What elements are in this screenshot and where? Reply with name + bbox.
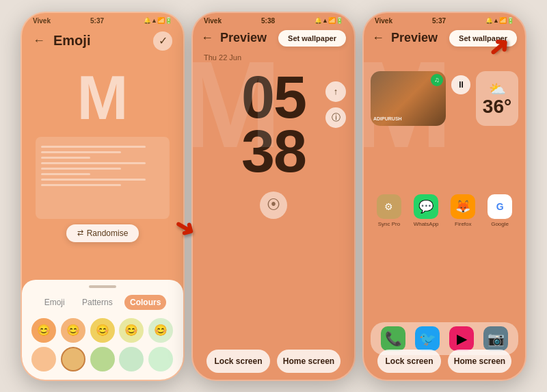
- back-button-1[interactable]: ←: [33, 34, 45, 48]
- color-cell[interactable]: 😊: [31, 318, 56, 343]
- randomise-label: Randomise: [87, 228, 129, 238]
- color-cell[interactable]: [90, 347, 115, 371]
- sync-pro-icon: ⚙: [377, 194, 401, 219]
- color-cell[interactable]: 😊: [90, 318, 115, 343]
- bottom-buttons-3: Lock screen Home screen: [364, 350, 525, 373]
- home-screen-button-3[interactable]: Home screen: [448, 350, 511, 373]
- weather-icon: ⛅: [489, 81, 506, 97]
- tab-emoji[interactable]: Emoji: [39, 295, 70, 310]
- set-wallpaper-button-3[interactable]: Set wallpaper: [449, 30, 517, 47]
- bline: [41, 157, 90, 159]
- dock-phone-icon[interactable]: 📞: [381, 326, 405, 351]
- music-widget[interactable]: ♫ ADIPURUSH: [371, 71, 446, 126]
- spotify-badge: ♫: [431, 74, 443, 86]
- lock-screen-label-2: Lock screen: [214, 356, 262, 366]
- phone1: Vivek 5:37 🔔▲📶🔋 ← Emoji ✓ M: [21, 12, 185, 381]
- home-screen-label-3: Home screen: [454, 356, 505, 366]
- dock-twitter-icon[interactable]: 🐦: [415, 326, 440, 351]
- status-carrier-3: Vivek: [375, 17, 392, 25]
- screen-title-2: Preview: [220, 31, 271, 45]
- firefox-icon: 🦊: [451, 194, 475, 219]
- status-bar-3: Vivek 5:37 🔔▲📶🔋: [364, 13, 525, 27]
- weather-widget: ⛅ 36°: [476, 71, 518, 126]
- app-whatsapp[interactable]: 💬 WhatsApp: [414, 194, 439, 227]
- home-screen-label-2: Home screen: [283, 356, 334, 366]
- color-cell[interactable]: 😊: [119, 318, 144, 343]
- firefox-label: Firefox: [455, 221, 471, 227]
- status-icons-2: 🔔▲📶🔋: [315, 17, 343, 24]
- album-art: ♫ ADIPURUSH: [371, 71, 446, 126]
- album-label: ADIPURUSH: [373, 111, 402, 123]
- color-grid: 😊 😊 😊 😊 😊: [22, 318, 183, 371]
- sync-pro-label: Sync Pro: [378, 221, 400, 227]
- fingerprint-icon-2[interactable]: ⦿: [260, 192, 287, 219]
- widgets-row: ♫ ADIPURUSH ⏸ ⛅ 36°: [371, 71, 518, 126]
- panel-handle: [89, 285, 116, 288]
- color-cell[interactable]: [148, 347, 173, 371]
- bline: [41, 151, 121, 153]
- fingerprint-area-2: ⦿: [193, 192, 354, 219]
- info-button-2[interactable]: ⓘ: [325, 107, 346, 128]
- confirm-button-1[interactable]: ✓: [153, 31, 172, 51]
- clock-minutes: 38: [241, 117, 306, 185]
- panel-tabs: Emoji Patterns Colours: [22, 295, 183, 310]
- play-pause-button[interactable]: ⏸: [451, 75, 470, 94]
- whatsapp-label: WhatsApp: [414, 221, 439, 227]
- set-wallpaper-label-3: Set wallpaper: [459, 34, 507, 42]
- bline: [41, 173, 90, 175]
- bline: [41, 168, 121, 170]
- dock-camera-icon[interactable]: 📷: [483, 326, 508, 351]
- side-icons-2: ↑ ⓘ: [325, 81, 346, 128]
- tab-patterns[interactable]: Patterns: [77, 295, 118, 310]
- date-label-2: Thu 22 Jun: [193, 52, 354, 63]
- app-firefox[interactable]: 🦊 Firefox: [451, 194, 475, 227]
- google-icon: G: [488, 194, 512, 219]
- status-time-2: 5:38: [261, 17, 275, 25]
- status-bar-1: Vivek 5:37 🔔▲📶🔋: [22, 13, 183, 27]
- randomise-button[interactable]: ⇄ Randomise: [66, 224, 139, 242]
- wallpaper-preview-1: M: [22, 56, 183, 137]
- share-button-2[interactable]: ↑: [325, 81, 346, 102]
- weather-temp: 36°: [483, 97, 511, 116]
- app-google[interactable]: G Google: [488, 194, 512, 227]
- home-content-3: ♫ ADIPURUSH ⏸ ⛅ 36°: [371, 71, 518, 234]
- shuffle-icon: ⇄: [77, 228, 83, 237]
- app-sync-pro[interactable]: ⚙ Sync Pro: [377, 194, 401, 227]
- set-wallpaper-button-2[interactable]: Set wallpaper: [278, 30, 346, 47]
- bline: [41, 146, 146, 148]
- app-row-1: ⚙ Sync Pro 💬 WhatsApp 🦊 Firefox G Google: [371, 194, 518, 227]
- back-button-2[interactable]: ←: [201, 31, 213, 45]
- building-illustration-1: [36, 137, 170, 219]
- back-button-3[interactable]: ←: [372, 31, 384, 45]
- home-screen-button-2[interactable]: Home screen: [277, 350, 341, 373]
- screen-title-1: Emoji: [53, 33, 145, 49]
- color-cell[interactable]: 😊: [61, 318, 85, 343]
- dock-play-icon[interactable]: ▶: [449, 326, 474, 351]
- check-icon: ✓: [159, 34, 168, 47]
- status-carrier-2: Vivek: [204, 17, 222, 25]
- play-area: ⏸: [451, 71, 470, 126]
- google-label: Google: [491, 221, 509, 227]
- color-cell[interactable]: [119, 347, 144, 371]
- bline: [41, 184, 121, 186]
- set-wallpaper-label-2: Set wallpaper: [288, 34, 336, 42]
- phone3: M Vivek 5:37 🔔▲📶🔋 ← Preview Set wallpape…: [362, 12, 526, 381]
- status-icons-1: 🔔▲📶🔋: [144, 17, 172, 24]
- tab-colours[interactable]: Colours: [124, 295, 166, 310]
- bline: [41, 179, 146, 181]
- status-icons-3: 🔔▲📶🔋: [485, 17, 514, 24]
- screen-title-3: Preview: [391, 31, 442, 45]
- phone3-header: ← Preview Set wallpaper: [364, 27, 525, 52]
- randomise-area: ⇄ Randomise: [22, 224, 183, 242]
- building-lines: [36, 137, 170, 219]
- phone1-header: ← Emoji ✓: [22, 27, 183, 56]
- bottom-buttons-2: Lock screen Home screen: [193, 350, 354, 373]
- album-name: ADIPURUSH: [373, 116, 402, 121]
- status-carrier-1: Vivek: [33, 17, 51, 25]
- status-time-3: 5:37: [432, 17, 446, 25]
- color-cell[interactable]: [31, 347, 56, 371]
- color-cell-selected[interactable]: [61, 347, 85, 371]
- color-cell[interactable]: 😊: [148, 318, 173, 343]
- lock-screen-button-2[interactable]: Lock screen: [206, 350, 270, 373]
- lock-screen-button-3[interactable]: Lock screen: [377, 350, 441, 373]
